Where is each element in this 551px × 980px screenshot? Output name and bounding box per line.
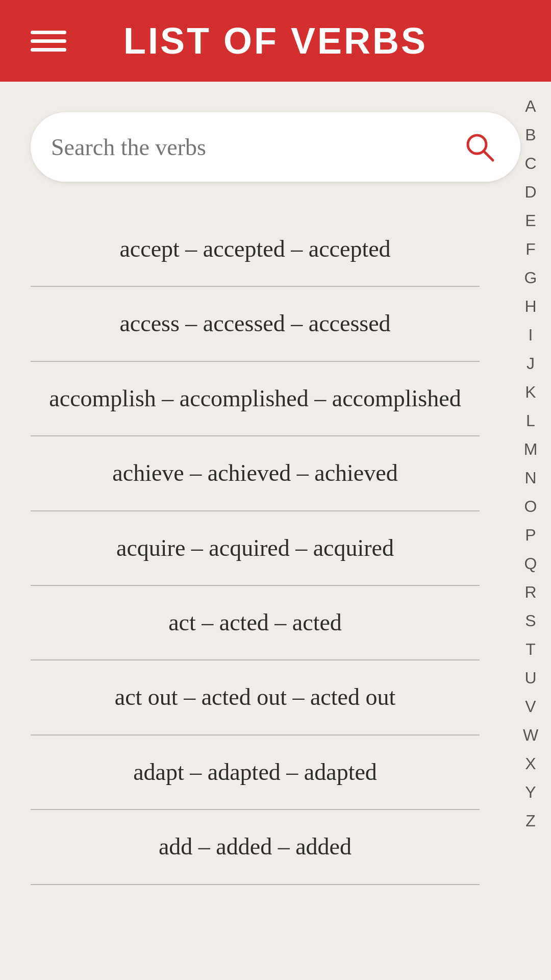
search-input[interactable]	[51, 134, 459, 161]
alpha-letter-c[interactable]: C	[510, 149, 551, 178]
search-bar	[31, 112, 520, 182]
alpha-letter-d[interactable]: D	[510, 178, 551, 206]
alpha-letter-b[interactable]: B	[510, 120, 551, 149]
verb-text: accept – accepted – accepted	[119, 236, 390, 262]
app-header: LIST OF VERBS	[0, 0, 551, 82]
alpha-letter-r[interactable]: R	[510, 578, 551, 606]
alpha-letter-f[interactable]: F	[510, 235, 551, 263]
verb-text: access – accessed – accessed	[119, 310, 390, 336]
alpha-letter-j[interactable]: J	[510, 349, 551, 378]
page-title: LIST OF VERBS	[123, 20, 428, 62]
alpha-letter-t[interactable]: T	[510, 635, 551, 664]
alpha-letter-y[interactable]: Y	[510, 778, 551, 806]
verb-list-item[interactable]: accept – accepted – accepted	[31, 212, 480, 287]
verb-text: act – acted – acted	[168, 609, 342, 635]
alpha-letter-e[interactable]: E	[510, 206, 551, 235]
verb-list-item[interactable]: act out – acted out – acted out	[31, 660, 480, 735]
alpha-letter-h[interactable]: H	[510, 292, 551, 321]
verb-text: acquire – acquired – acquired	[116, 535, 394, 561]
alpha-letter-w[interactable]: W	[510, 721, 551, 749]
verb-list-item[interactable]: add – added – added	[31, 810, 480, 885]
verb-list-item[interactable]: acquire – acquired – acquired	[31, 511, 480, 586]
verb-text: adapt – adapted – adapted	[133, 759, 377, 785]
verb-list: accept – accepted – acceptedaccess – acc…	[0, 212, 510, 885]
verb-list-item[interactable]: accomplish – accomplished – accomplished	[31, 362, 480, 436]
alpha-letter-o[interactable]: O	[510, 492, 551, 521]
verb-list-item[interactable]: adapt – adapted – adapted	[31, 736, 480, 810]
verb-text: act out – acted out – acted out	[115, 684, 396, 710]
alpha-letter-u[interactable]: U	[510, 664, 551, 692]
alpha-letter-i[interactable]: I	[510, 321, 551, 349]
alphabet-sidebar: ABCDEFGHIJKLMNOPQRSTUVWXYZ	[510, 82, 551, 845]
verb-list-item[interactable]: achieve – achieved – achieved	[31, 436, 480, 511]
alpha-letter-g[interactable]: G	[510, 263, 551, 292]
alpha-letter-q[interactable]: Q	[510, 549, 551, 578]
alpha-letter-l[interactable]: L	[510, 406, 551, 435]
menu-button[interactable]	[31, 31, 66, 52]
svg-line-1	[484, 151, 493, 160]
verb-list-item[interactable]: act – acted – acted	[31, 586, 480, 660]
alpha-letter-s[interactable]: S	[510, 606, 551, 635]
search-button[interactable]	[459, 127, 500, 167]
alpha-letter-z[interactable]: Z	[510, 806, 551, 835]
verb-text: accomplish – accomplished – accomplished	[49, 385, 461, 411]
search-icon	[463, 131, 496, 163]
verb-text: add – added – added	[159, 834, 352, 860]
alpha-letter-m[interactable]: M	[510, 435, 551, 463]
alpha-letter-k[interactable]: K	[510, 378, 551, 406]
alpha-letter-x[interactable]: X	[510, 749, 551, 778]
alpha-letter-a[interactable]: A	[510, 92, 551, 120]
alpha-letter-p[interactable]: P	[510, 521, 551, 549]
main-content: accept – accepted – acceptedaccess – acc…	[0, 82, 551, 916]
verb-list-item[interactable]: access – accessed – accessed	[31, 287, 480, 361]
verb-text: achieve – achieved – achieved	[112, 460, 397, 486]
alpha-letter-n[interactable]: N	[510, 463, 551, 492]
alpha-letter-v[interactable]: V	[510, 692, 551, 721]
